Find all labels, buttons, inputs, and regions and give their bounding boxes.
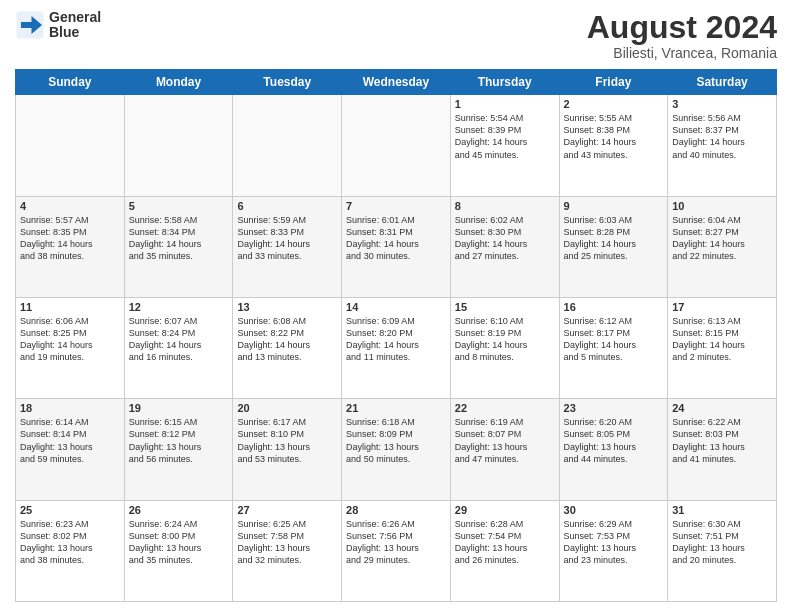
calendar-cell: 24Sunrise: 6:22 AM Sunset: 8:03 PM Dayli… <box>668 399 777 500</box>
calendar-cell: 15Sunrise: 6:10 AM Sunset: 8:19 PM Dayli… <box>450 297 559 398</box>
day-number: 2 <box>564 98 664 110</box>
day-number: 28 <box>346 504 446 516</box>
day-info: Sunrise: 6:02 AM Sunset: 8:30 PM Dayligh… <box>455 214 555 263</box>
calendar-cell: 31Sunrise: 6:30 AM Sunset: 7:51 PM Dayli… <box>668 500 777 601</box>
calendar-cell <box>124 95 233 196</box>
day-number: 11 <box>20 301 120 313</box>
calendar-cell: 12Sunrise: 6:07 AM Sunset: 8:24 PM Dayli… <box>124 297 233 398</box>
calendar-cell <box>342 95 451 196</box>
day-number: 27 <box>237 504 337 516</box>
logo: General Blue <box>15 10 101 41</box>
calendar-cell: 21Sunrise: 6:18 AM Sunset: 8:09 PM Dayli… <box>342 399 451 500</box>
calendar-cell: 2Sunrise: 5:55 AM Sunset: 8:38 PM Daylig… <box>559 95 668 196</box>
calendar-cell: 19Sunrise: 6:15 AM Sunset: 8:12 PM Dayli… <box>124 399 233 500</box>
day-info: Sunrise: 5:54 AM Sunset: 8:39 PM Dayligh… <box>455 112 555 161</box>
calendar-cell: 26Sunrise: 6:24 AM Sunset: 8:00 PM Dayli… <box>124 500 233 601</box>
day-info: Sunrise: 6:25 AM Sunset: 7:58 PM Dayligh… <box>237 518 337 567</box>
calendar-cell: 30Sunrise: 6:29 AM Sunset: 7:53 PM Dayli… <box>559 500 668 601</box>
title-block: August 2024 Biliesti, Vrancea, Romania <box>587 10 777 61</box>
day-info: Sunrise: 6:08 AM Sunset: 8:22 PM Dayligh… <box>237 315 337 364</box>
day-number: 5 <box>129 200 229 212</box>
calendar-cell: 13Sunrise: 6:08 AM Sunset: 8:22 PM Dayli… <box>233 297 342 398</box>
calendar-cell: 16Sunrise: 6:12 AM Sunset: 8:17 PM Dayli… <box>559 297 668 398</box>
day-number: 19 <box>129 402 229 414</box>
calendar-header-row: SundayMondayTuesdayWednesdayThursdayFrid… <box>16 70 777 95</box>
day-header-wednesday: Wednesday <box>342 70 451 95</box>
day-number: 4 <box>20 200 120 212</box>
day-info: Sunrise: 6:30 AM Sunset: 7:51 PM Dayligh… <box>672 518 772 567</box>
day-number: 29 <box>455 504 555 516</box>
calendar-cell: 10Sunrise: 6:04 AM Sunset: 8:27 PM Dayli… <box>668 196 777 297</box>
day-number: 22 <box>455 402 555 414</box>
day-info: Sunrise: 6:29 AM Sunset: 7:53 PM Dayligh… <box>564 518 664 567</box>
day-number: 7 <box>346 200 446 212</box>
day-info: Sunrise: 6:01 AM Sunset: 8:31 PM Dayligh… <box>346 214 446 263</box>
day-info: Sunrise: 6:12 AM Sunset: 8:17 PM Dayligh… <box>564 315 664 364</box>
calendar-cell: 18Sunrise: 6:14 AM Sunset: 8:14 PM Dayli… <box>16 399 125 500</box>
calendar-cell: 17Sunrise: 6:13 AM Sunset: 8:15 PM Dayli… <box>668 297 777 398</box>
calendar-cell <box>16 95 125 196</box>
day-info: Sunrise: 6:17 AM Sunset: 8:10 PM Dayligh… <box>237 416 337 465</box>
calendar-week-4: 18Sunrise: 6:14 AM Sunset: 8:14 PM Dayli… <box>16 399 777 500</box>
calendar-table: SundayMondayTuesdayWednesdayThursdayFrid… <box>15 69 777 602</box>
day-info: Sunrise: 6:22 AM Sunset: 8:03 PM Dayligh… <box>672 416 772 465</box>
calendar-cell: 27Sunrise: 6:25 AM Sunset: 7:58 PM Dayli… <box>233 500 342 601</box>
day-number: 30 <box>564 504 664 516</box>
calendar-cell: 3Sunrise: 5:56 AM Sunset: 8:37 PM Daylig… <box>668 95 777 196</box>
day-number: 13 <box>237 301 337 313</box>
calendar-cell: 5Sunrise: 5:58 AM Sunset: 8:34 PM Daylig… <box>124 196 233 297</box>
calendar-cell: 7Sunrise: 6:01 AM Sunset: 8:31 PM Daylig… <box>342 196 451 297</box>
day-info: Sunrise: 6:19 AM Sunset: 8:07 PM Dayligh… <box>455 416 555 465</box>
day-info: Sunrise: 6:13 AM Sunset: 8:15 PM Dayligh… <box>672 315 772 364</box>
day-number: 21 <box>346 402 446 414</box>
day-info: Sunrise: 6:24 AM Sunset: 8:00 PM Dayligh… <box>129 518 229 567</box>
logo-text: General Blue <box>49 10 101 41</box>
day-number: 15 <box>455 301 555 313</box>
calendar-cell: 4Sunrise: 5:57 AM Sunset: 8:35 PM Daylig… <box>16 196 125 297</box>
calendar-cell: 14Sunrise: 6:09 AM Sunset: 8:20 PM Dayli… <box>342 297 451 398</box>
day-info: Sunrise: 6:26 AM Sunset: 7:56 PM Dayligh… <box>346 518 446 567</box>
day-number: 17 <box>672 301 772 313</box>
day-info: Sunrise: 6:03 AM Sunset: 8:28 PM Dayligh… <box>564 214 664 263</box>
calendar-cell: 1Sunrise: 5:54 AM Sunset: 8:39 PM Daylig… <box>450 95 559 196</box>
month-title: August 2024 <box>587 10 777 45</box>
day-number: 10 <box>672 200 772 212</box>
logo-icon <box>15 10 45 40</box>
day-number: 25 <box>20 504 120 516</box>
logo-line1: General <box>49 10 101 25</box>
day-info: Sunrise: 6:23 AM Sunset: 8:02 PM Dayligh… <box>20 518 120 567</box>
day-number: 8 <box>455 200 555 212</box>
day-number: 16 <box>564 301 664 313</box>
day-header-saturday: Saturday <box>668 70 777 95</box>
calendar-week-5: 25Sunrise: 6:23 AM Sunset: 8:02 PM Dayli… <box>16 500 777 601</box>
day-header-tuesday: Tuesday <box>233 70 342 95</box>
calendar-cell: 29Sunrise: 6:28 AM Sunset: 7:54 PM Dayli… <box>450 500 559 601</box>
calendar-week-1: 1Sunrise: 5:54 AM Sunset: 8:39 PM Daylig… <box>16 95 777 196</box>
day-info: Sunrise: 5:58 AM Sunset: 8:34 PM Dayligh… <box>129 214 229 263</box>
day-number: 23 <box>564 402 664 414</box>
day-info: Sunrise: 6:10 AM Sunset: 8:19 PM Dayligh… <box>455 315 555 364</box>
day-number: 24 <box>672 402 772 414</box>
day-info: Sunrise: 5:57 AM Sunset: 8:35 PM Dayligh… <box>20 214 120 263</box>
header: General Blue August 2024 Biliesti, Vranc… <box>15 10 777 61</box>
day-header-sunday: Sunday <box>16 70 125 95</box>
calendar-week-2: 4Sunrise: 5:57 AM Sunset: 8:35 PM Daylig… <box>16 196 777 297</box>
calendar-cell: 6Sunrise: 5:59 AM Sunset: 8:33 PM Daylig… <box>233 196 342 297</box>
calendar-cell: 9Sunrise: 6:03 AM Sunset: 8:28 PM Daylig… <box>559 196 668 297</box>
day-number: 20 <box>237 402 337 414</box>
calendar-cell: 22Sunrise: 6:19 AM Sunset: 8:07 PM Dayli… <box>450 399 559 500</box>
calendar-cell <box>233 95 342 196</box>
day-number: 18 <box>20 402 120 414</box>
calendar-cell: 25Sunrise: 6:23 AM Sunset: 8:02 PM Dayli… <box>16 500 125 601</box>
day-header-monday: Monday <box>124 70 233 95</box>
day-info: Sunrise: 6:07 AM Sunset: 8:24 PM Dayligh… <box>129 315 229 364</box>
day-info: Sunrise: 5:55 AM Sunset: 8:38 PM Dayligh… <box>564 112 664 161</box>
logo-line2: Blue <box>49 25 101 40</box>
calendar-cell: 8Sunrise: 6:02 AM Sunset: 8:30 PM Daylig… <box>450 196 559 297</box>
day-number: 14 <box>346 301 446 313</box>
day-info: Sunrise: 6:18 AM Sunset: 8:09 PM Dayligh… <box>346 416 446 465</box>
calendar-cell: 28Sunrise: 6:26 AM Sunset: 7:56 PM Dayli… <box>342 500 451 601</box>
day-info: Sunrise: 6:15 AM Sunset: 8:12 PM Dayligh… <box>129 416 229 465</box>
day-info: Sunrise: 5:59 AM Sunset: 8:33 PM Dayligh… <box>237 214 337 263</box>
calendar-cell: 23Sunrise: 6:20 AM Sunset: 8:05 PM Dayli… <box>559 399 668 500</box>
